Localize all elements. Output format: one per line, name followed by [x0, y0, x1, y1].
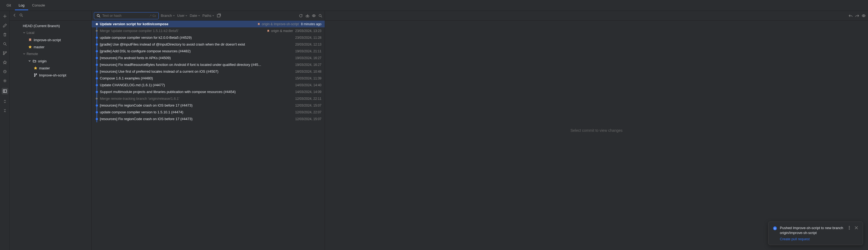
- commit-row[interactable]: Update CHANGELOG.md (1.6.1) (#4477)14/03…: [92, 82, 325, 88]
- commit-date: 19/03/2024, 21:11: [295, 49, 321, 53]
- gear-icon[interactable]: [3, 79, 7, 83]
- commit-log-panel: .*Cc Branch User Date Paths Update versi…: [92, 11, 325, 250]
- svg-point-2: [5, 52, 6, 53]
- find-icon[interactable]: [318, 13, 322, 18]
- branch-icon: [34, 73, 37, 77]
- filter-user[interactable]: User: [177, 13, 187, 18]
- svg-point-16: [319, 14, 321, 17]
- commit-date: 23/03/2024, 11:28: [295, 36, 321, 39]
- local-branch-master[interactable]: master: [10, 43, 91, 51]
- commit-date: 18/03/2024, 10:48: [295, 70, 321, 73]
- search-input[interactable]: [102, 13, 148, 18]
- undo-icon[interactable]: [848, 13, 853, 18]
- local-branch-improve[interactable]: Improve-sh-script: [10, 36, 91, 43]
- commit-row[interactable]: [resources] Fix regionCode crash on iOS …: [92, 102, 325, 109]
- chevron-down-icon: [23, 53, 26, 55]
- svg-point-1: [3, 52, 4, 53]
- cherry-pick-icon[interactable]: [305, 13, 310, 18]
- info-icon: [773, 226, 777, 230]
- detail-panel: Select commit to view changes Pushed Imp…: [325, 11, 868, 250]
- tab-git[interactable]: Git: [3, 1, 15, 10]
- remote-branch-improve[interactable]: Improve-sh-script: [10, 71, 91, 79]
- commit-message: [gradle] Use @InputFiles instead of @Inp…: [100, 42, 293, 46]
- redo-icon[interactable]: [855, 13, 859, 18]
- collapse-panel-icon[interactable]: [12, 13, 17, 18]
- remote-group[interactable]: Remote: [10, 51, 91, 58]
- commit-date: 12/03/2024, 15:07: [295, 117, 321, 121]
- head-label: HEAD (Current Branch): [23, 24, 60, 28]
- commit-message: [gradle] Add DSL to configure compose re…: [100, 49, 293, 53]
- commit-row[interactable]: [resources] Fix readResourceBytes functi…: [92, 61, 325, 68]
- commit-tags: origin & Improve-sh-script: [257, 22, 299, 26]
- head-branch-row[interactable]: HEAD (Current Branch): [10, 22, 91, 29]
- expand-icon[interactable]: [3, 99, 7, 103]
- remote-origin[interactable]: origin: [10, 58, 91, 65]
- folder-icon: [33, 59, 36, 63]
- commit-message: [resources] Use first of preferred local…: [100, 69, 293, 73]
- pencil-icon[interactable]: [3, 23, 7, 28]
- open-external-icon[interactable]: [216, 13, 221, 18]
- remote-branch-master[interactable]: master: [10, 65, 91, 71]
- tab-console[interactable]: Console: [28, 1, 49, 10]
- svg-point-17: [863, 15, 864, 16]
- filter-icon[interactable]: [3, 69, 7, 74]
- layout-icon[interactable]: [2, 88, 8, 94]
- star-icon: [34, 66, 37, 70]
- commit-date: 23/03/2024, 13:23: [295, 29, 321, 33]
- top-tabs: Git Log Console: [0, 0, 868, 11]
- svg-point-7: [20, 14, 22, 16]
- left-icon-bar: [0, 11, 10, 250]
- local-group[interactable]: Local: [10, 29, 91, 36]
- search-icon: [96, 13, 101, 18]
- eye-icon[interactable]: [862, 13, 866, 18]
- eye-icon[interactable]: [312, 13, 316, 18]
- svg-point-20: [849, 227, 849, 228]
- toast-link[interactable]: Create pull request: [780, 237, 844, 241]
- svg-rect-12: [217, 14, 220, 17]
- search-icon[interactable]: [3, 42, 7, 46]
- tab-log[interactable]: Log: [15, 1, 29, 10]
- commit-row[interactable]: Update version script for kotlin/compose…: [92, 21, 325, 27]
- chevron-down-icon: [28, 60, 31, 62]
- branches-panel: HEAD (Current Branch) Local Improve-sh-s…: [10, 11, 92, 250]
- collapse-icon[interactable]: [3, 108, 7, 113]
- commit-message: Compose 1.6.1 examples (#4480): [100, 76, 293, 80]
- close-icon[interactable]: [854, 226, 859, 231]
- commit-message: [resources] Fix regionCode crash on iOS …: [100, 103, 293, 107]
- more-icon[interactable]: [847, 226, 851, 231]
- svg-point-0: [3, 42, 6, 45]
- commit-date: 20/03/2024, 12:13: [295, 42, 321, 46]
- commit-row[interactable]: update compose compiler version to 1.5.1…: [92, 109, 325, 116]
- commit-row[interactable]: [resources] Fix android fonts in APKs (#…: [92, 55, 325, 61]
- commit-row[interactable]: [resources] Use first of preferred local…: [92, 68, 325, 75]
- bookmark-icon: [28, 38, 32, 42]
- commit-row[interactable]: [resources] Fix regionCode crash on iOS …: [92, 116, 325, 122]
- commit-date: 12/03/2024, 15:07: [295, 103, 321, 107]
- plus-icon[interactable]: [3, 14, 7, 19]
- star-icon: [28, 45, 32, 49]
- filter-date[interactable]: Date: [190, 13, 200, 18]
- commit-row[interactable]: Merge remote-tracking branch 'origin/rel…: [92, 95, 325, 102]
- commit-message: update compose compiler version to 1.5.1…: [100, 110, 293, 114]
- search-branches-icon[interactable]: [19, 13, 23, 18]
- svg-point-9: [36, 74, 37, 74]
- commit-row[interactable]: update compose compiler version for k2.0…: [92, 34, 325, 41]
- commit-message: [resources] Fix android fonts in APKs (#…: [100, 56, 293, 60]
- star-icon[interactable]: [3, 60, 7, 65]
- filter-paths[interactable]: Paths: [203, 13, 214, 18]
- branch-icon[interactable]: [3, 51, 7, 55]
- trash-icon[interactable]: [3, 33, 7, 37]
- search-box[interactable]: .*Cc: [94, 12, 159, 19]
- filter-branch[interactable]: Branch: [161, 13, 175, 18]
- svg-point-11: [97, 14, 99, 17]
- commit-row[interactable]: [gradle] Add DSL to configure compose re…: [92, 48, 325, 55]
- refresh-icon[interactable]: [299, 13, 303, 18]
- commit-row[interactable]: Compose 1.6.1 examples (#4480)15/03/2024…: [92, 75, 325, 82]
- commit-message: Update version script for kotlin/compose: [100, 22, 255, 26]
- commit-row[interactable]: [gradle] Use @InputFiles instead of @Inp…: [92, 41, 325, 48]
- commit-message: Merge 'update compose compiler 1.5.11-k2…: [100, 29, 265, 33]
- commit-row[interactable]: Merge 'update compose compiler 1.5.11-k2…: [92, 27, 325, 34]
- svg-point-21: [849, 229, 849, 229]
- commit-date: 12/03/2024, 22:11: [295, 97, 321, 101]
- commit-row[interactable]: Support multimodule projects and librari…: [92, 88, 325, 95]
